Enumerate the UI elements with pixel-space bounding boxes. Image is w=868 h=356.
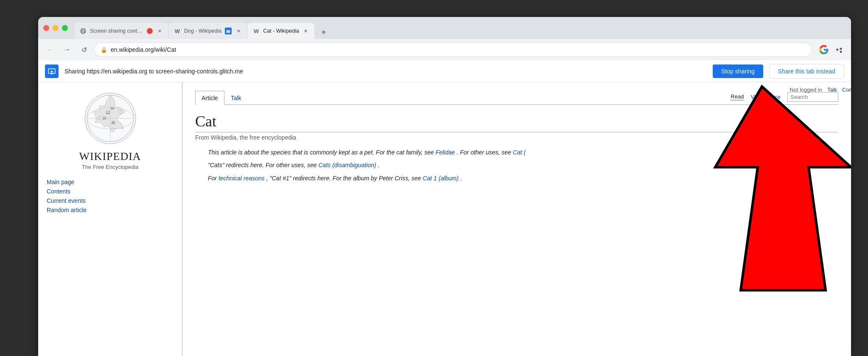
wiki-nav-random[interactable]: Random article xyxy=(47,207,174,213)
wiki-talk-link[interactable]: Talk xyxy=(827,87,837,93)
w-favicon-cat: W xyxy=(253,28,260,34)
wiki-link-felidae[interactable]: Felidae xyxy=(436,149,455,156)
lock-icon: 🔒 xyxy=(101,47,107,53)
wiki-from-text: From Wikipedia, the free encyclopedia xyxy=(195,134,838,141)
tab-close-dog[interactable]: ✕ xyxy=(235,28,242,34)
wiki-hatnote-3: For technical reasons , "Cat #1" redirec… xyxy=(208,174,838,183)
svg-text:W: W xyxy=(110,106,115,111)
svg-point-18 xyxy=(118,110,122,114)
wiki-nav: Main page Contents Current events Random… xyxy=(47,179,174,216)
wiki-not-logged-text: Not logged in xyxy=(790,87,822,93)
browser-window: Screen sharing controls ✕ W Dog - Wikipe… xyxy=(38,17,851,356)
wiki-link-technical-reasons[interactable]: technical reasons xyxy=(218,175,265,182)
globe-favicon xyxy=(80,28,87,34)
wiki-link-cat-disambiguation[interactable]: Cat ( xyxy=(513,149,526,156)
google-icon xyxy=(819,45,829,55)
share-screen-icon xyxy=(45,64,59,78)
forward-button[interactable]: → xyxy=(60,43,74,56)
wiki-link-cat1-album[interactable]: Cat 1 (album) xyxy=(423,175,459,182)
wiki-nav-current-events[interactable]: Current events xyxy=(47,197,174,204)
sharing-message: Sharing https://en.wikipedia.org to scre… xyxy=(64,68,707,75)
maximize-button[interactable] xyxy=(62,25,68,31)
svg-text:И: И xyxy=(103,116,106,121)
wiki-site-subtitle: The Free Encyclopedia xyxy=(82,164,139,170)
svg-point-0 xyxy=(81,28,86,34)
share-tab-button[interactable]: Share this tab instead xyxy=(769,64,844,78)
tab-title-cat: Cat - Wikipedia xyxy=(263,28,299,34)
tab-cat-wikipedia[interactable]: W Cat - Wikipedia ✕ xyxy=(248,23,314,39)
wiki-hatnote-2: "Cats" redirects here. For other uses, s… xyxy=(208,160,838,170)
svg-point-1 xyxy=(82,28,84,34)
wiki-nav-main-page[interactable]: Main page xyxy=(47,179,174,185)
nav-bar: ← → ↺ 🔒 xyxy=(38,39,851,60)
back-button[interactable]: ← xyxy=(43,43,57,56)
share-tab-icon xyxy=(225,28,232,34)
sharing-banner: Sharing https://en.wikipedia.org to scre… xyxy=(38,60,851,82)
wiki-link-cats-disambiguation[interactable]: Cats (disambiguation) xyxy=(319,162,376,168)
wiki-cor-text[interactable]: Cor xyxy=(842,87,851,93)
new-tab-button[interactable]: + xyxy=(317,25,330,39)
wikipedia-logo: Ω W И 維 xyxy=(83,91,138,146)
address-bar[interactable]: 🔒 xyxy=(94,42,812,57)
tab-close-screen-sharing[interactable]: ✕ xyxy=(156,28,163,34)
wiki-tab-talk[interactable]: Talk xyxy=(224,91,248,105)
wiki-search-input[interactable] xyxy=(790,94,833,100)
tab-title-screen-sharing: Screen sharing controls xyxy=(90,28,143,34)
window-controls xyxy=(43,25,68,31)
refresh-button[interactable]: ↺ xyxy=(77,43,91,56)
svg-rect-5 xyxy=(227,31,230,33)
stop-sharing-button[interactable]: Stop sharing xyxy=(713,64,763,78)
wiki-nav-contents[interactable]: Contents xyxy=(47,188,174,195)
wiki-action-read[interactable]: Read xyxy=(731,93,744,101)
recording-indicator xyxy=(147,28,153,34)
wiki-top-right: Not logged in Talk Cor xyxy=(790,87,851,93)
tab-title-dog: Dog - Wikipedia xyxy=(184,28,221,34)
close-button[interactable] xyxy=(43,25,49,31)
svg-point-17 xyxy=(99,117,102,120)
wiki-hatnote-1: This article is about the species that i… xyxy=(208,148,838,157)
tab-close-cat[interactable]: ✕ xyxy=(302,28,309,34)
wiki-search-container[interactable] xyxy=(787,92,838,102)
address-input[interactable] xyxy=(111,46,806,53)
tabs-container: Screen sharing controls ✕ W Dog - Wikipe… xyxy=(75,17,846,39)
minimize-button[interactable] xyxy=(53,25,59,31)
tab-screen-sharing[interactable]: Screen sharing controls ✕ xyxy=(75,23,168,39)
browser-share-button[interactable] xyxy=(832,43,846,56)
tab-dog-wikipedia[interactable]: W Dog - Wikipedia ✕ xyxy=(169,23,247,39)
wiki-page-title: Cat xyxy=(195,112,838,132)
wiki-tab-article[interactable]: Article xyxy=(195,91,224,105)
wiki-sidebar: Ω W И 維 WIKIPEDIA The Free Encyclopedia … xyxy=(38,82,182,356)
title-bar: Screen sharing controls ✕ W Dog - Wikipe… xyxy=(38,17,851,39)
w-favicon-dog: W xyxy=(174,28,181,34)
wiki-main-content: Not logged in Talk Cor Article Talk Read… xyxy=(182,82,851,356)
page-content: Ω W И 維 WIKIPEDIA The Free Encyclopedia … xyxy=(38,82,851,356)
svg-text:維: 維 xyxy=(111,121,115,125)
wiki-site-title: WIKIPEDIA xyxy=(79,150,141,163)
svg-text:Ω: Ω xyxy=(106,109,110,115)
svg-point-19 xyxy=(111,128,114,132)
wiki-action-view-source[interactable]: View source xyxy=(750,94,781,100)
wiki-actions: Read View source xyxy=(731,92,838,104)
wiki-tabs-row: Article Talk Read View source xyxy=(195,91,838,105)
